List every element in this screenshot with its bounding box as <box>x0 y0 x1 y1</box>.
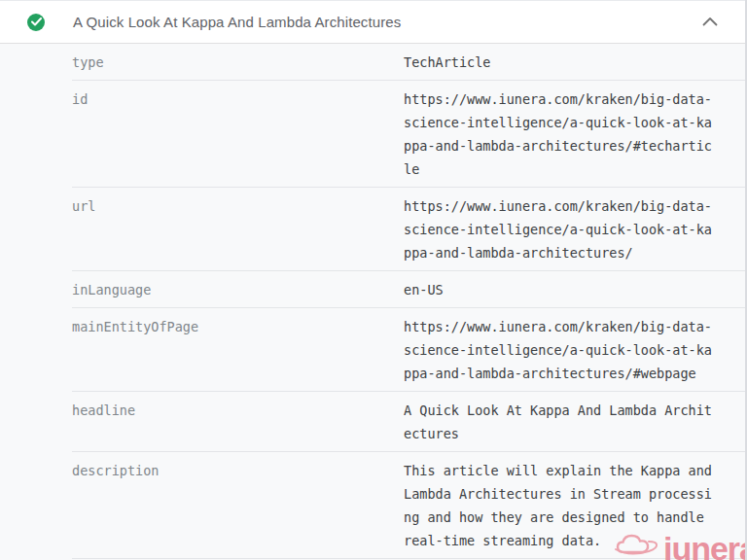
property-row[interactable]: type TechArticle <box>72 44 745 81</box>
property-value: TechArticle <box>404 51 716 74</box>
property-row[interactable]: description This article will explain th… <box>72 452 745 559</box>
chevron-up-icon[interactable] <box>702 18 718 26</box>
property-name: url <box>72 194 404 264</box>
entity-title: A Quick Look At Kappa And Lambda Archite… <box>73 14 401 30</box>
property-name: inLanguage <box>72 278 404 301</box>
structured-data-panel: A Quick Look At Kappa And Lambda Archite… <box>0 0 747 560</box>
property-row[interactable]: mainEntityOfPage https://www.iunera.com/… <box>72 308 745 392</box>
property-name: type <box>72 51 404 74</box>
property-table: type TechArticle id https://www.iunera.c… <box>0 44 745 559</box>
property-value: https://www.iunera.com/kraken/big-data-s… <box>404 194 716 264</box>
property-name: mainEntityOfPage <box>72 315 404 385</box>
valid-check-icon <box>27 14 45 31</box>
property-row[interactable]: url https://www.iunera.com/kraken/big-da… <box>72 188 745 271</box>
property-value: en-US <box>404 278 716 301</box>
property-row[interactable]: headline A Quick Look At Kappa And Lambd… <box>72 392 745 452</box>
property-value: https://www.iunera.com/kraken/big-data-s… <box>404 88 716 181</box>
accordion-header[interactable]: A Quick Look At Kappa And Lambda Archite… <box>0 0 745 44</box>
property-name: description <box>72 459 404 552</box>
property-value: https://www.iunera.com/kraken/big-data-s… <box>404 315 716 385</box>
property-name: headline <box>72 399 404 445</box>
property-name: id <box>72 88 404 181</box>
property-value: This article will explain the Kappa and … <box>404 459 716 552</box>
property-value: A Quick Look At Kappa And Lambda Archite… <box>404 399 716 445</box>
property-row[interactable]: id https://www.iunera.com/kraken/big-dat… <box>72 81 745 188</box>
property-row[interactable]: inLanguage en-US <box>72 271 745 308</box>
checkmark-glyph <box>31 18 42 26</box>
